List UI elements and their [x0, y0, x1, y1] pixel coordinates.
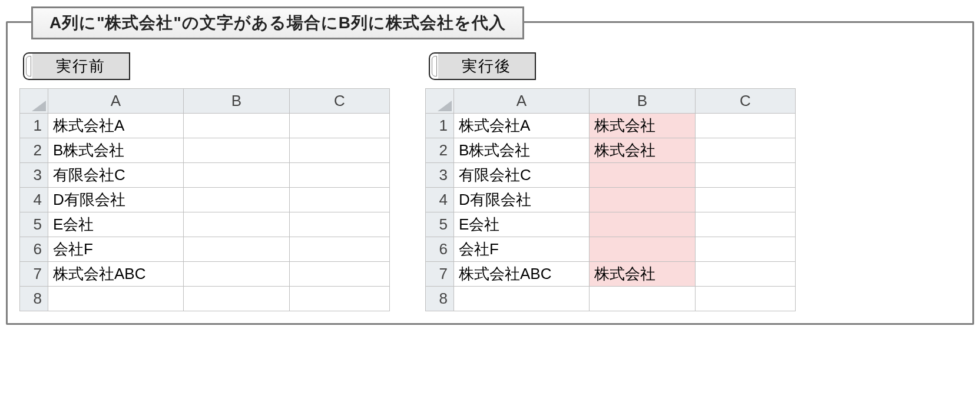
row-header[interactable]: 4: [426, 188, 454, 212]
cell-C[interactable]: [696, 237, 796, 262]
table-row: 2B株式会社: [20, 138, 390, 163]
table-row: 1株式会社A: [20, 114, 390, 138]
after-label-tab: 実行後: [429, 52, 796, 80]
row-header[interactable]: 7: [20, 262, 48, 287]
cell-C[interactable]: [290, 262, 390, 287]
cell-C[interactable]: [696, 114, 796, 138]
cell-A[interactable]: [48, 287, 184, 311]
cell-C[interactable]: [290, 237, 390, 262]
scroll-cap-icon: [23, 52, 32, 80]
col-header-C[interactable]: C: [290, 89, 390, 114]
row-header[interactable]: 2: [426, 138, 454, 163]
row-header[interactable]: 5: [20, 212, 48, 237]
cell-B[interactable]: 株式会社: [590, 138, 696, 163]
cell-C[interactable]: [290, 188, 390, 212]
row-header[interactable]: 7: [426, 262, 454, 287]
cell-C[interactable]: [290, 163, 390, 188]
before-label: 実行前: [32, 52, 130, 80]
after-sheet: A B C 1株式会社A株式会社2B株式会社株式会社3有限会社C4D有限会社5E…: [425, 88, 796, 311]
after-body: 1株式会社A株式会社2B株式会社株式会社3有限会社C4D有限会社5E会社6会社F…: [426, 114, 796, 311]
table-row: 4D有限会社: [426, 188, 796, 212]
row-header[interactable]: 1: [20, 114, 48, 138]
cell-B[interactable]: [590, 188, 696, 212]
row-header[interactable]: 2: [20, 138, 48, 163]
table-row: 3有限会社C: [20, 163, 390, 188]
table-row: 5E会社: [426, 212, 796, 237]
table-row: 4D有限会社: [20, 188, 390, 212]
column-header-row: A B C: [20, 89, 390, 114]
before-body: 1株式会社A2B株式会社3有限会社C4D有限会社5E会社6会社F7株式会社ABC…: [20, 114, 390, 311]
cell-B[interactable]: [184, 262, 290, 287]
cell-B[interactable]: [184, 237, 290, 262]
before-panel: 実行前 A B C 1株式会社A2B株式会社3有限会社C4D有限会社5E会社6会…: [19, 52, 390, 311]
table-row: 7株式会社ABC: [20, 262, 390, 287]
cell-B[interactable]: 株式会社: [590, 262, 696, 287]
cell-A[interactable]: E会社: [48, 212, 184, 237]
cell-A[interactable]: 株式会社ABC: [48, 262, 184, 287]
col-header-C[interactable]: C: [696, 89, 796, 114]
table-row: 7株式会社ABC株式会社: [426, 262, 796, 287]
row-header[interactable]: 3: [20, 163, 48, 188]
cell-A[interactable]: 有限会社C: [454, 163, 590, 188]
table-row: 2B株式会社株式会社: [426, 138, 796, 163]
cell-C[interactable]: [696, 163, 796, 188]
cell-A[interactable]: 会社F: [48, 237, 184, 262]
cell-A[interactable]: 会社F: [454, 237, 590, 262]
cell-B[interactable]: [590, 212, 696, 237]
row-header[interactable]: 5: [426, 212, 454, 237]
cell-A[interactable]: 株式会社ABC: [454, 262, 590, 287]
table-row: 5E会社: [20, 212, 390, 237]
cell-C[interactable]: [696, 188, 796, 212]
col-header-A[interactable]: A: [48, 89, 184, 114]
col-header-B[interactable]: B: [590, 89, 696, 114]
row-header[interactable]: 4: [20, 188, 48, 212]
cell-B[interactable]: [184, 188, 290, 212]
row-header[interactable]: 6: [426, 237, 454, 262]
cell-A[interactable]: 株式会社A: [454, 114, 590, 138]
select-all-corner[interactable]: [20, 89, 48, 114]
cell-B[interactable]: [184, 114, 290, 138]
cell-C[interactable]: [696, 262, 796, 287]
scroll-cap-icon: [429, 52, 438, 80]
cell-A[interactable]: 有限会社C: [48, 163, 184, 188]
row-header[interactable]: 8: [20, 287, 48, 311]
col-header-A[interactable]: A: [454, 89, 590, 114]
after-label: 実行後: [438, 52, 536, 80]
cell-A[interactable]: B株式会社: [48, 138, 184, 163]
before-sheet: A B C 1株式会社A2B株式会社3有限会社C4D有限会社5E会社6会社F7株…: [19, 88, 390, 311]
cell-B[interactable]: [590, 237, 696, 262]
table-row: 8: [20, 287, 390, 311]
cell-B[interactable]: [184, 212, 290, 237]
table-row: 8: [426, 287, 796, 311]
cell-A[interactable]: B株式会社: [454, 138, 590, 163]
select-all-corner[interactable]: [426, 89, 454, 114]
row-header[interactable]: 8: [426, 287, 454, 311]
table-row: 6会社F: [20, 237, 390, 262]
cell-C[interactable]: [290, 138, 390, 163]
cell-B[interactable]: [590, 163, 696, 188]
cell-B[interactable]: [184, 163, 290, 188]
row-header[interactable]: 1: [426, 114, 454, 138]
cell-C[interactable]: [696, 287, 796, 311]
row-header[interactable]: 3: [426, 163, 454, 188]
after-panel: 実行後 A B C 1株式会社A株式会社2B株式会社株式会社3有限会社C4D有限…: [425, 52, 796, 311]
cell-C[interactable]: [696, 138, 796, 163]
cell-B[interactable]: [184, 287, 290, 311]
cell-A[interactable]: D有限会社: [454, 188, 590, 212]
cell-A[interactable]: 株式会社A: [48, 114, 184, 138]
table-row: 1株式会社A株式会社: [426, 114, 796, 138]
cell-B[interactable]: [184, 138, 290, 163]
cell-C[interactable]: [290, 114, 390, 138]
cell-C[interactable]: [696, 212, 796, 237]
table-row: 3有限会社C: [426, 163, 796, 188]
cell-B[interactable]: 株式会社: [590, 114, 696, 138]
row-header[interactable]: 6: [20, 237, 48, 262]
cell-C[interactable]: [290, 212, 390, 237]
cell-B[interactable]: [590, 287, 696, 311]
cell-A[interactable]: [454, 287, 590, 311]
cell-A[interactable]: D有限会社: [48, 188, 184, 212]
example-frame: A列に"株式会社"の文字がある場合にB列に株式会社を代入 実行前 A B C 1…: [6, 21, 974, 325]
cell-A[interactable]: E会社: [454, 212, 590, 237]
cell-C[interactable]: [290, 287, 390, 311]
col-header-B[interactable]: B: [184, 89, 290, 114]
